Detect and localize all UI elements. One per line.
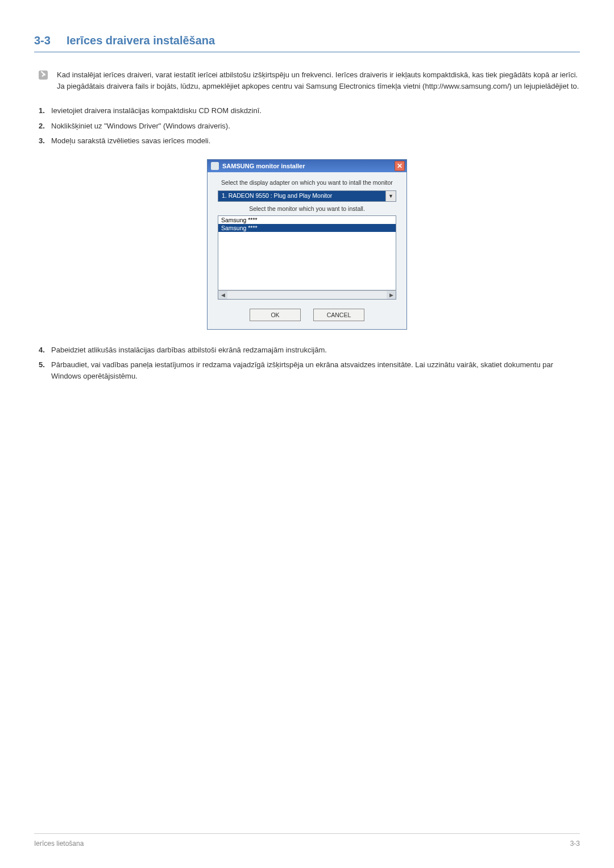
step-list-b: 4. Pabeidziet atlikušās instalācijas dar… <box>39 344 580 382</box>
info-text: Kad instalējat ierīces draiveri, varat i… <box>57 69 580 92</box>
list-item[interactable]: Samsung **** <box>218 224 396 232</box>
installer-screenshot: SAMSUNG monitor installer ✕ Select the d… <box>34 159 580 330</box>
section-number: 3-3 <box>34 34 51 47</box>
app-icon <box>211 162 219 170</box>
step-number: 1. <box>39 105 45 117</box>
horizontal-scrollbar[interactable]: ◀ ▶ <box>218 290 396 300</box>
step-text: Pabeidziet atlikušās instalācijas darbīb… <box>51 346 327 354</box>
section-header: 3-3 Ierīces draivera instalēšana <box>34 34 580 52</box>
step-text: Ievietojiet draivera instalācijas kompak… <box>51 106 262 115</box>
installer-title-text: SAMSUNG monitor installer <box>222 163 305 169</box>
close-icon: ✕ <box>397 162 403 170</box>
step-number: 5. <box>39 359 45 371</box>
button-row: OK CANCEL <box>218 309 396 321</box>
list-item: 5. Pārbaudiet, vai vadības paneļa iestat… <box>39 359 580 381</box>
list-item: 3. Modeļu sarakstā izvēlieties savas ier… <box>39 135 580 147</box>
scroll-left-icon[interactable]: ◀ <box>218 291 227 299</box>
list-item: 4. Pabeidziet atlikušās instalācijas dar… <box>39 344 580 356</box>
page-footer: Ierīces lietošana 3-3 <box>34 833 580 848</box>
step-number: 2. <box>39 121 45 132</box>
scroll-right-icon[interactable]: ▶ <box>387 291 396 299</box>
dropdown-value: 1. RADEON 9550 : Plug and Play Monitor <box>218 191 385 201</box>
adapter-label: Select the display adapter on which you … <box>218 179 396 186</box>
ok-button[interactable]: OK <box>250 309 301 321</box>
step-number: 4. <box>39 344 45 356</box>
installer-window: SAMSUNG monitor installer ✕ Select the d… <box>207 159 407 330</box>
adapter-dropdown[interactable]: 1. RADEON 9550 : Plug and Play Monitor ▼ <box>218 190 396 202</box>
footer-right: 3-3 <box>570 840 580 848</box>
step-text: Pārbaudiet, vai vadības paneļa iestatīju… <box>51 360 553 380</box>
footer-left: Ierīces lietošana <box>34 840 84 848</box>
step-list-a: 1. Ievietojiet draivera instalācijas kom… <box>39 105 580 147</box>
step-text: Noklikšķiniet uz "Windows Driver" (Windo… <box>51 122 230 130</box>
installer-body: Select the display adapter on which you … <box>208 172 406 329</box>
monitor-listbox[interactable]: Samsung **** Samsung **** <box>218 215 396 290</box>
section-title: Ierīces draivera instalēšana <box>67 34 215 47</box>
list-item: 2. Noklikšķiniet uz "Windows Driver" (Wi… <box>39 121 580 132</box>
cancel-button[interactable]: CANCEL <box>313 309 364 321</box>
info-block: Kad instalējat ierīces draiveri, varat i… <box>39 69 580 92</box>
installer-title: SAMSUNG monitor installer <box>211 162 305 170</box>
scroll-track[interactable] <box>227 291 387 299</box>
step-number: 3. <box>39 135 45 147</box>
close-button[interactable]: ✕ <box>395 161 405 171</box>
step-text: Modeļu sarakstā izvēlieties savas ierīce… <box>51 136 210 145</box>
list-item: 1. Ievietojiet draivera instalācijas kom… <box>39 105 580 117</box>
chevron-down-icon[interactable]: ▼ <box>385 191 396 201</box>
monitor-label: Select the monitor which you want to ins… <box>218 205 396 212</box>
list-item[interactable]: Samsung **** <box>218 216 396 224</box>
info-icon <box>39 70 48 80</box>
installer-titlebar[interactable]: SAMSUNG monitor installer ✕ <box>208 160 406 172</box>
